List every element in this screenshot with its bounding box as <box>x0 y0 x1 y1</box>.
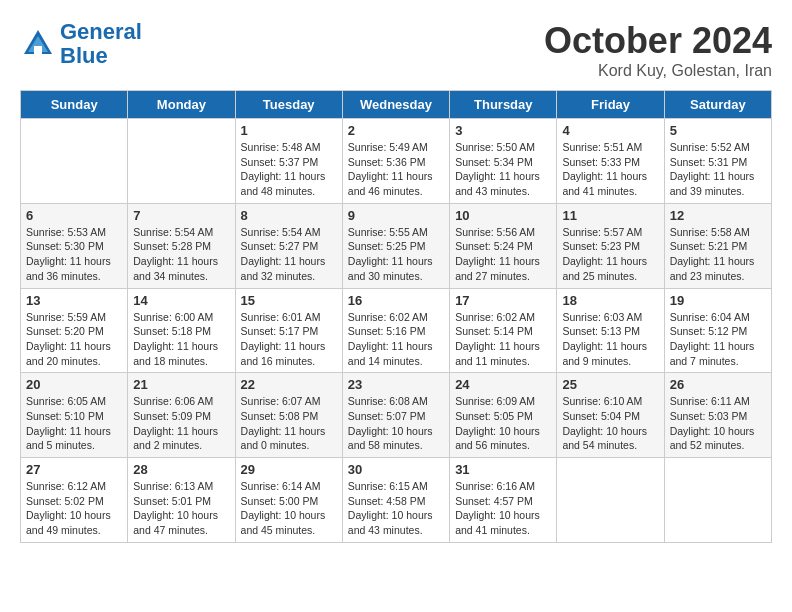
day-detail: Sunrise: 6:15 AM Sunset: 4:58 PM Dayligh… <box>348 479 444 538</box>
day-number: 3 <box>455 123 551 138</box>
calendar-cell: 22Sunrise: 6:07 AM Sunset: 5:08 PM Dayli… <box>235 373 342 458</box>
calendar-cell: 12Sunrise: 5:58 AM Sunset: 5:21 PM Dayli… <box>664 203 771 288</box>
day-detail: Sunrise: 6:05 AM Sunset: 5:10 PM Dayligh… <box>26 394 122 453</box>
calendar-cell: 3Sunrise: 5:50 AM Sunset: 5:34 PM Daylig… <box>450 119 557 204</box>
calendar-cell: 8Sunrise: 5:54 AM Sunset: 5:27 PM Daylig… <box>235 203 342 288</box>
day-detail: Sunrise: 5:52 AM Sunset: 5:31 PM Dayligh… <box>670 140 766 199</box>
day-detail: Sunrise: 6:03 AM Sunset: 5:13 PM Dayligh… <box>562 310 658 369</box>
day-detail: Sunrise: 5:48 AM Sunset: 5:37 PM Dayligh… <box>241 140 337 199</box>
calendar-header-row: SundayMondayTuesdayWednesdayThursdayFrid… <box>21 91 772 119</box>
day-number: 7 <box>133 208 229 223</box>
day-number: 2 <box>348 123 444 138</box>
calendar-cell: 4Sunrise: 5:51 AM Sunset: 5:33 PM Daylig… <box>557 119 664 204</box>
calendar-cell: 17Sunrise: 6:02 AM Sunset: 5:14 PM Dayli… <box>450 288 557 373</box>
calendar-cell: 13Sunrise: 5:59 AM Sunset: 5:20 PM Dayli… <box>21 288 128 373</box>
day-number: 21 <box>133 377 229 392</box>
calendar-cell <box>664 458 771 543</box>
day-number: 14 <box>133 293 229 308</box>
calendar-cell: 6Sunrise: 5:53 AM Sunset: 5:30 PM Daylig… <box>21 203 128 288</box>
day-detail: Sunrise: 6:13 AM Sunset: 5:01 PM Dayligh… <box>133 479 229 538</box>
calendar-cell: 23Sunrise: 6:08 AM Sunset: 5:07 PM Dayli… <box>342 373 449 458</box>
day-number: 22 <box>241 377 337 392</box>
calendar-cell: 5Sunrise: 5:52 AM Sunset: 5:31 PM Daylig… <box>664 119 771 204</box>
day-number: 6 <box>26 208 122 223</box>
calendar-week-row: 20Sunrise: 6:05 AM Sunset: 5:10 PM Dayli… <box>21 373 772 458</box>
day-number: 13 <box>26 293 122 308</box>
day-detail: Sunrise: 5:57 AM Sunset: 5:23 PM Dayligh… <box>562 225 658 284</box>
day-detail: Sunrise: 5:50 AM Sunset: 5:34 PM Dayligh… <box>455 140 551 199</box>
page-header: General Blue October 2024 Kord Kuy, Gole… <box>20 20 772 80</box>
day-number: 28 <box>133 462 229 477</box>
location: Kord Kuy, Golestan, Iran <box>544 62 772 80</box>
day-detail: Sunrise: 6:04 AM Sunset: 5:12 PM Dayligh… <box>670 310 766 369</box>
day-number: 25 <box>562 377 658 392</box>
calendar-cell: 31Sunrise: 6:16 AM Sunset: 4:57 PM Dayli… <box>450 458 557 543</box>
day-number: 11 <box>562 208 658 223</box>
day-number: 1 <box>241 123 337 138</box>
day-detail: Sunrise: 5:51 AM Sunset: 5:33 PM Dayligh… <box>562 140 658 199</box>
day-detail: Sunrise: 6:02 AM Sunset: 5:16 PM Dayligh… <box>348 310 444 369</box>
calendar-week-row: 6Sunrise: 5:53 AM Sunset: 5:30 PM Daylig… <box>21 203 772 288</box>
calendar-cell: 24Sunrise: 6:09 AM Sunset: 5:05 PM Dayli… <box>450 373 557 458</box>
day-detail: Sunrise: 6:08 AM Sunset: 5:07 PM Dayligh… <box>348 394 444 453</box>
calendar-cell <box>128 119 235 204</box>
col-header-friday: Friday <box>557 91 664 119</box>
col-header-sunday: Sunday <box>21 91 128 119</box>
day-detail: Sunrise: 5:54 AM Sunset: 5:27 PM Dayligh… <box>241 225 337 284</box>
day-detail: Sunrise: 5:49 AM Sunset: 5:36 PM Dayligh… <box>348 140 444 199</box>
calendar-cell: 30Sunrise: 6:15 AM Sunset: 4:58 PM Dayli… <box>342 458 449 543</box>
col-header-wednesday: Wednesday <box>342 91 449 119</box>
day-number: 17 <box>455 293 551 308</box>
logo-icon <box>20 26 56 62</box>
day-number: 20 <box>26 377 122 392</box>
col-header-tuesday: Tuesday <box>235 91 342 119</box>
day-detail: Sunrise: 6:01 AM Sunset: 5:17 PM Dayligh… <box>241 310 337 369</box>
day-detail: Sunrise: 6:14 AM Sunset: 5:00 PM Dayligh… <box>241 479 337 538</box>
day-number: 4 <box>562 123 658 138</box>
logo: General Blue <box>20 20 142 68</box>
day-detail: Sunrise: 6:07 AM Sunset: 5:08 PM Dayligh… <box>241 394 337 453</box>
day-number: 27 <box>26 462 122 477</box>
calendar-cell: 9Sunrise: 5:55 AM Sunset: 5:25 PM Daylig… <box>342 203 449 288</box>
calendar-cell: 26Sunrise: 6:11 AM Sunset: 5:03 PM Dayli… <box>664 373 771 458</box>
day-number: 31 <box>455 462 551 477</box>
calendar-week-row: 27Sunrise: 6:12 AM Sunset: 5:02 PM Dayli… <box>21 458 772 543</box>
calendar-table: SundayMondayTuesdayWednesdayThursdayFrid… <box>20 90 772 543</box>
calendar-cell: 27Sunrise: 6:12 AM Sunset: 5:02 PM Dayli… <box>21 458 128 543</box>
calendar-cell: 1Sunrise: 5:48 AM Sunset: 5:37 PM Daylig… <box>235 119 342 204</box>
day-detail: Sunrise: 5:54 AM Sunset: 5:28 PM Dayligh… <box>133 225 229 284</box>
day-detail: Sunrise: 5:55 AM Sunset: 5:25 PM Dayligh… <box>348 225 444 284</box>
day-number: 29 <box>241 462 337 477</box>
day-detail: Sunrise: 5:53 AM Sunset: 5:30 PM Dayligh… <box>26 225 122 284</box>
day-detail: Sunrise: 6:10 AM Sunset: 5:04 PM Dayligh… <box>562 394 658 453</box>
calendar-cell: 11Sunrise: 5:57 AM Sunset: 5:23 PM Dayli… <box>557 203 664 288</box>
day-detail: Sunrise: 6:06 AM Sunset: 5:09 PM Dayligh… <box>133 394 229 453</box>
calendar-week-row: 13Sunrise: 5:59 AM Sunset: 5:20 PM Dayli… <box>21 288 772 373</box>
calendar-cell: 19Sunrise: 6:04 AM Sunset: 5:12 PM Dayli… <box>664 288 771 373</box>
day-number: 10 <box>455 208 551 223</box>
col-header-saturday: Saturday <box>664 91 771 119</box>
day-detail: Sunrise: 5:58 AM Sunset: 5:21 PM Dayligh… <box>670 225 766 284</box>
day-number: 30 <box>348 462 444 477</box>
calendar-cell: 16Sunrise: 6:02 AM Sunset: 5:16 PM Dayli… <box>342 288 449 373</box>
calendar-cell <box>21 119 128 204</box>
logo-text: General Blue <box>60 20 142 68</box>
calendar-cell: 7Sunrise: 5:54 AM Sunset: 5:28 PM Daylig… <box>128 203 235 288</box>
col-header-thursday: Thursday <box>450 91 557 119</box>
day-detail: Sunrise: 6:02 AM Sunset: 5:14 PM Dayligh… <box>455 310 551 369</box>
day-number: 24 <box>455 377 551 392</box>
day-detail: Sunrise: 6:09 AM Sunset: 5:05 PM Dayligh… <box>455 394 551 453</box>
col-header-monday: Monday <box>128 91 235 119</box>
day-number: 23 <box>348 377 444 392</box>
title-section: October 2024 Kord Kuy, Golestan, Iran <box>544 20 772 80</box>
calendar-cell: 28Sunrise: 6:13 AM Sunset: 5:01 PM Dayli… <box>128 458 235 543</box>
day-number: 9 <box>348 208 444 223</box>
logo-line1: General <box>60 19 142 44</box>
day-number: 12 <box>670 208 766 223</box>
day-detail: Sunrise: 6:12 AM Sunset: 5:02 PM Dayligh… <box>26 479 122 538</box>
day-number: 26 <box>670 377 766 392</box>
calendar-week-row: 1Sunrise: 5:48 AM Sunset: 5:37 PM Daylig… <box>21 119 772 204</box>
day-number: 18 <box>562 293 658 308</box>
day-number: 19 <box>670 293 766 308</box>
calendar-cell: 14Sunrise: 6:00 AM Sunset: 5:18 PM Dayli… <box>128 288 235 373</box>
